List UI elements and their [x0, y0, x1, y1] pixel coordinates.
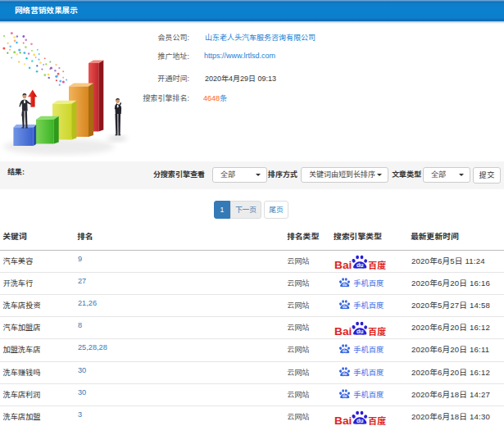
svg-text:手机百度: 手机百度 [353, 277, 384, 288]
svg-text:手机百度: 手机百度 [353, 366, 384, 377]
svg-text:Bai: Bai [334, 415, 352, 425]
svg-text:Bai: Bai [334, 326, 352, 337]
svg-text:百度: 百度 [368, 258, 387, 270]
svg-text:百度: 百度 [368, 413, 387, 425]
svg-text:手机百度: 手机百度 [353, 343, 384, 354]
svg-text:du: du [343, 350, 347, 354]
svg-text:手机百度: 手机百度 [353, 299, 384, 310]
svg-text:手机百度: 手机百度 [353, 388, 384, 399]
svg-text:du: du [343, 283, 347, 287]
svg-text:du: du [356, 418, 364, 424]
svg-text:du: du [343, 305, 347, 309]
svg-text:du: du [356, 262, 364, 268]
svg-text:Bai: Bai [334, 260, 352, 270]
svg-text:du: du [343, 372, 347, 376]
svg-text:du: du [343, 394, 347, 398]
svg-text:百度: 百度 [368, 324, 387, 337]
svg-text:du: du [356, 329, 364, 335]
